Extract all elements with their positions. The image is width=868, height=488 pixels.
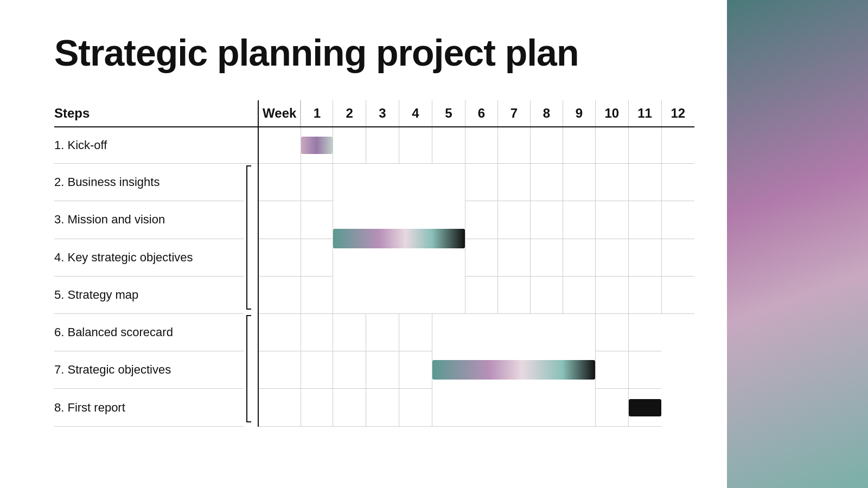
step-label-key-strategic: 4. Key strategic objectives — [54, 239, 244, 276]
cell-ks-10 — [595, 239, 628, 276]
bar-workshop2 — [432, 360, 595, 380]
header-col-12: 12 — [661, 100, 694, 127]
cell-so-3 — [366, 351, 399, 389]
cell-sm-12 — [661, 276, 694, 313]
gantt-container: Steps Week 1 2 3 4 5 6 7 8 9 10 11 12 — [54, 100, 694, 427]
cell-mv-12 — [661, 201, 694, 239]
bracket-svg-group2 — [244, 313, 254, 424]
cell-so-2 — [333, 351, 366, 389]
cell-fr-4 — [399, 389, 432, 426]
step-label-strategy-map: 5. Strategy map — [54, 276, 244, 313]
cell-bi-12 — [661, 164, 694, 201]
header-steps: Steps — [54, 100, 244, 127]
bracket-group2 — [244, 313, 258, 426]
cell-kickoff-3 — [366, 127, 399, 164]
workshop1-bar-cell: Workshop #1 — [333, 164, 465, 314]
step-label-mission-vision: 3. Mission and vision — [54, 201, 244, 239]
cell-mv-9 — [563, 201, 595, 239]
cell-fr-1 — [301, 389, 333, 426]
cell-fr-11 — [595, 389, 628, 426]
week-bs — [258, 313, 301, 351]
step-label-first-report: 8. First report — [54, 389, 244, 426]
main-content: Strategic planning project plan — [0, 0, 727, 488]
step-label-kickoff: 1. Kick-off — [54, 127, 244, 164]
cell-sm-11 — [628, 276, 661, 313]
header-col-3: 3 — [366, 100, 399, 127]
cell-ks-1 — [301, 239, 333, 276]
step-label-business-insights: 2. Business insights — [54, 164, 244, 201]
page-title: Strategic planning project plan — [54, 33, 694, 73]
step-label-balanced-scorecard: 6. Balanced scorecard — [54, 313, 244, 351]
cell-mv-6 — [465, 201, 497, 239]
gradient-panel — [727, 0, 868, 488]
cell-bi-11 — [628, 164, 661, 201]
cell-sm-9 — [563, 276, 595, 313]
cell-ks-11 — [628, 239, 661, 276]
cell-kickoff-9 — [563, 127, 595, 164]
cell-kickoff-6 — [465, 127, 497, 164]
row-business-insights: 2. Business insights Workshop #1 — [54, 164, 694, 201]
cell-so-12 — [628, 351, 661, 389]
gantt-table: Steps Week 1 2 3 4 5 6 7 8 9 10 11 12 — [54, 100, 694, 427]
header-col-10: 10 — [595, 100, 628, 127]
bar-firstreport-cell — [628, 389, 661, 426]
header-col-2: 2 — [333, 100, 366, 127]
cell-bs-4 — [399, 313, 432, 351]
cell-ks-6 — [465, 239, 497, 276]
row-first-report: 8. First report — [54, 389, 694, 426]
cell-kickoff-12 — [661, 127, 694, 164]
cell-sm-1 — [301, 276, 333, 313]
cell-bs-3 — [366, 313, 399, 351]
cell-bi-9 — [563, 164, 595, 201]
week-so — [258, 351, 301, 389]
week-mv — [258, 201, 301, 239]
header-col-9: 9 — [563, 100, 595, 127]
cell-so-11 — [595, 351, 628, 389]
header-col-1: 1 — [301, 100, 333, 127]
cell-kickoff-4 — [399, 127, 432, 164]
cell-bi-6 — [465, 164, 497, 201]
cell-mv-10 — [595, 201, 628, 239]
cell-bs-12 — [628, 313, 661, 351]
week-sm — [258, 276, 301, 313]
cell-ks-9 — [563, 239, 595, 276]
cell-kickoff-5 — [432, 127, 465, 164]
bar-workshop1 — [333, 229, 465, 248]
cell-bi-8 — [530, 164, 563, 201]
header-col-6: 6 — [465, 100, 497, 127]
cell-sm-6 — [465, 276, 497, 313]
week-bi — [258, 164, 301, 201]
cell-kickoff-8 — [530, 127, 563, 164]
cell-ks-7 — [497, 239, 530, 276]
cell-mv-8 — [530, 201, 563, 239]
row-strategic-objectives: 7. Strategic objectives — [54, 351, 694, 389]
bar-kickoff-cell — [301, 127, 333, 164]
row-balanced-scorecard: 6. Balanced scorecard Wo — [54, 313, 694, 351]
cell-ks-8 — [530, 239, 563, 276]
cell-bs-2 — [333, 313, 366, 351]
bracket-group1 — [244, 164, 258, 314]
cell-bi-1 — [301, 164, 333, 201]
week-ks — [258, 239, 301, 276]
header-col-11: 11 — [628, 100, 661, 127]
cell-kickoff-7 — [497, 127, 530, 164]
header-week: Week — [258, 100, 301, 127]
cell-bi-7 — [497, 164, 530, 201]
cell-mv-11 — [628, 201, 661, 239]
workshop2-bar-cell: Workshop #2 — [432, 313, 595, 426]
cell-so-1 — [301, 351, 333, 389]
cell-mv-1 — [301, 201, 333, 239]
cell-sm-7 — [497, 276, 530, 313]
header-col-5: 5 — [432, 100, 465, 127]
week-fr — [258, 389, 301, 426]
cell-bs-1 — [301, 313, 333, 351]
cell-fr-2 — [333, 389, 366, 426]
cell-bi-10 — [595, 164, 628, 201]
header-col-7: 7 — [497, 100, 530, 127]
cell-kickoff-10 — [595, 127, 628, 164]
week-kickoff — [258, 127, 301, 164]
header-row: Steps Week 1 2 3 4 5 6 7 8 9 10 11 12 — [54, 100, 694, 127]
bar-firstreport — [629, 399, 661, 416]
cell-ks-12 — [661, 239, 694, 276]
cell-fr-3 — [366, 389, 399, 426]
